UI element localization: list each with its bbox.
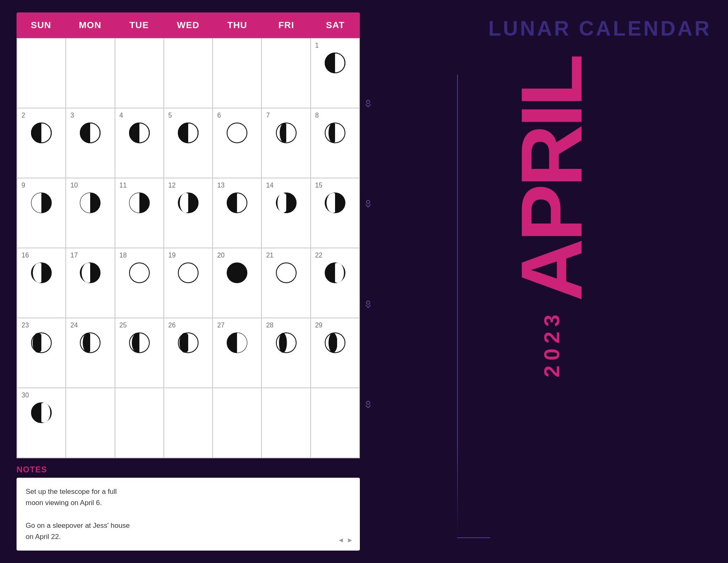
calendar-cell[interactable] [213, 388, 261, 458]
calendar-cell[interactable]: 26 [164, 318, 213, 388]
svg-point-78 [279, 333, 287, 353]
day-number: 25 [120, 322, 127, 329]
calendar-cell[interactable] [164, 38, 213, 108]
month-label: APRIL [515, 57, 589, 301]
moon-phase-icon [225, 121, 249, 147]
calendar-cell[interactable]: 1 [311, 38, 359, 108]
calendar-cell[interactable] [261, 38, 310, 108]
day-number: 10 [70, 182, 78, 189]
calendar-cell[interactable]: 4 [115, 108, 164, 178]
calendar-cell[interactable]: 25 [115, 318, 164, 388]
calendar-cell[interactable]: 23 [17, 318, 66, 388]
notes-navigation[interactable]: ◄ ► [338, 537, 353, 544]
calendar-cell[interactable]: 8 [311, 108, 359, 178]
day-number: 11 [120, 182, 127, 189]
calendar-cell[interactable] [115, 388, 164, 458]
calendar-cell[interactable]: 6 [213, 108, 261, 178]
moon-phase-icon [176, 121, 200, 147]
notes-prev-button[interactable]: ◄ [338, 537, 344, 544]
calendar-cell[interactable] [311, 388, 359, 458]
calendar-cell[interactable]: 27 [213, 318, 261, 388]
calendar-cell[interactable] [164, 388, 213, 458]
calendar-cell[interactable]: 13 [213, 178, 261, 248]
calendar-cell[interactable]: 10 [66, 178, 115, 248]
calendar-cell[interactable] [261, 388, 310, 458]
svg-point-54 [129, 263, 149, 283]
calendar-cell[interactable]: 7 [261, 108, 310, 178]
svg-point-57 [276, 263, 296, 283]
day-number: 27 [217, 322, 225, 329]
calendar-cell[interactable]: 9 [17, 178, 66, 248]
calendar-cell[interactable] [213, 38, 261, 108]
lunar-calendar-header: LUNAR CALENDAR [399, 17, 711, 41]
calendar-cell[interactable] [115, 38, 164, 108]
calendar-cell[interactable]: 29 [311, 318, 359, 388]
moon-phase-icon [274, 121, 298, 147]
moon-phase-icon [176, 331, 200, 356]
day-number: 3 [70, 112, 74, 119]
calendar-cell[interactable]: 21 [261, 248, 310, 318]
calendar-cell[interactable] [66, 38, 115, 108]
day-number: 16 [22, 252, 29, 259]
calendar-cell[interactable]: 30 [17, 388, 66, 458]
calendar-cell[interactable]: 2 [17, 108, 66, 178]
header-sat: SAT [311, 12, 360, 38]
header-sun: SUN [17, 12, 66, 38]
header-mon: MON [66, 12, 115, 38]
moon-phase-icon [225, 331, 249, 356]
chevron-2 [362, 200, 374, 209]
moon-phase-icon [274, 191, 298, 217]
moon-phase-icon [78, 121, 102, 147]
calendar-cell[interactable]: 18 [115, 248, 164, 318]
day-number: 13 [217, 182, 225, 189]
day-number: 28 [266, 322, 273, 329]
calendar-cell[interactable]: 14 [261, 178, 310, 248]
day-number: 4 [120, 112, 123, 119]
header-fri: FRI [262, 12, 311, 38]
day-number: 9 [22, 182, 25, 189]
day-number: 17 [70, 252, 78, 259]
notes-next-button[interactable]: ► [347, 537, 353, 544]
calendar-cell[interactable]: 20 [213, 248, 261, 318]
calendar-cell[interactable]: 3 [66, 108, 115, 178]
day-number: 5 [168, 112, 172, 119]
moon-phase-icon [323, 51, 347, 77]
day-number: 14 [266, 182, 273, 189]
notes-section: NOTES Set up the telescope for a fullmoo… [17, 465, 360, 551]
moon-phase-icon [127, 331, 151, 356]
moon-phase-icon [225, 191, 249, 217]
calendar-cell[interactable]: 17 [66, 248, 115, 318]
calendar-cell[interactable]: 24 [66, 318, 115, 388]
calendar-cell[interactable]: 12 [164, 178, 213, 248]
calendar-cell[interactable]: 15 [311, 178, 359, 248]
chevron-1 [362, 99, 374, 109]
day-number: 30 [22, 392, 29, 399]
calendar-cell[interactable] [66, 388, 115, 458]
day-headers: SUN MON TUE WED THU FRI SAT [17, 12, 360, 38]
calendar-cell[interactable]: 28 [261, 318, 310, 388]
calendar-cell[interactable] [17, 38, 66, 108]
day-number: 21 [266, 252, 273, 259]
calendar-cell[interactable]: 16 [17, 248, 66, 318]
notes-box[interactable]: Set up the telescope for a fullmoon view… [17, 478, 360, 551]
calendar-cell[interactable]: 11 [115, 178, 164, 248]
day-number: 22 [315, 252, 323, 259]
calendar-cell[interactable]: 5 [164, 108, 213, 178]
calendar-cell[interactable]: 19 [164, 248, 213, 318]
day-number: 12 [168, 182, 176, 189]
day-number: 20 [217, 252, 225, 259]
moon-phase-icon [29, 261, 53, 286]
day-number: 15 [315, 182, 323, 189]
calendar-cell[interactable]: 22 [311, 248, 359, 318]
day-number: 6 [217, 112, 221, 119]
moon-phase-icon [323, 191, 347, 217]
moon-phase-icon [274, 331, 298, 356]
svg-point-88 [366, 401, 370, 404]
day-number: 2 [22, 112, 25, 119]
svg-point-81 [328, 333, 338, 353]
moon-phase-icon [127, 191, 151, 217]
calendar-section: SUN MON TUE WED THU FRI SAT 1 2 3 [0, 0, 364, 563]
moon-phase-icon [323, 331, 347, 356]
day-number: 7 [266, 112, 270, 119]
header-tue: TUE [115, 12, 164, 38]
